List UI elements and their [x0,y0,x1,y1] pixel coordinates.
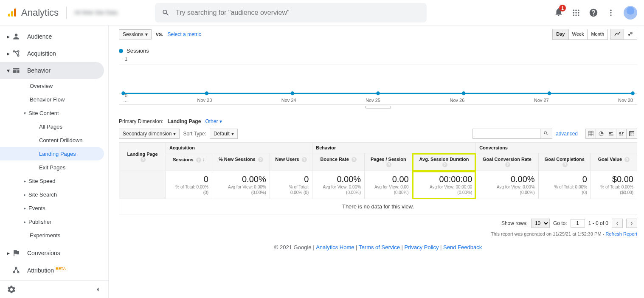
select-metric-link[interactable]: Select a metric [167,31,201,37]
nav-behavior-flow[interactable]: Behavior Flow [0,93,108,106]
acquisition-icon [12,49,20,58]
footer-privacy[interactable]: Privacy Policy [405,244,439,250]
help-icon: ? [386,162,391,167]
x-axis: … Nov 23 Nov 24 Nov 25 Nov 26 Nov 27 Nov… [119,98,637,103]
chart-plot [119,60,637,98]
chart-type-motion[interactable] [624,29,637,39]
line-chart-icon [614,31,620,37]
primary-dimension-other[interactable]: Other ▾ [205,118,222,124]
view-pie[interactable] [596,129,606,138]
analytics-logo-icon [7,8,17,18]
nav-experiments[interactable]: Experiments [0,228,108,242]
nav-audience[interactable]: ▸ Audience [0,28,108,45]
th-new-users[interactable]: New Users ? [270,153,312,171]
granularity-day[interactable]: Day [553,29,568,39]
goto-input[interactable] [571,219,585,228]
nav-publisher[interactable]: ▸Publisher [0,215,108,228]
svg-rect-46 [622,135,623,135]
help-icon: ? [624,157,630,162]
svg-rect-2 [14,8,16,17]
chart-type-line[interactable] [611,29,624,39]
svg-rect-1 [11,11,13,17]
th-gcomp[interactable]: Goal Completions? [538,153,591,171]
primary-dimension-label: Primary Dimension: [119,118,163,124]
chevron-right-icon: ▸ [7,250,12,256]
collapse-icon[interactable] [94,286,101,293]
total-new-users: 0% of Total:0.00% (0) [270,171,312,199]
nav-site-content[interactable]: ▾Site Content [0,106,108,120]
primary-dimension-active[interactable]: Landing Page [168,118,201,124]
view-pivot[interactable] [627,129,637,138]
th-bounce[interactable]: Bounce Rate ? [312,153,365,171]
nav-all-pages[interactable]: All Pages [0,120,108,133]
footer-home[interactable]: Analytics Home [316,244,354,250]
x-tick: … [123,98,128,103]
svg-rect-51 [631,135,632,136]
th-group-acquisition: Acquisition [166,143,312,153]
prev-page-button[interactable]: ‹ [612,219,623,228]
nav-attribution[interactable]: AttributionBETA [0,261,108,278]
svg-point-18 [13,271,14,273]
nav-site-search[interactable]: ▸Site Search [0,188,108,201]
footer-feedback[interactable]: Send Feedback [443,244,482,250]
search-icon [162,8,170,17]
th-landing-page[interactable]: Landing Page? [119,143,166,171]
x-tick: Nov 26 [450,98,464,103]
nav-exit-pages[interactable]: Exit Pages [0,160,108,174]
notifications-button[interactable]: 1 [554,7,563,18]
th-asd[interactable]: Avg. Session Duration? [412,153,476,171]
vs-label: VS. [156,32,163,37]
refresh-report-link[interactable]: Refresh Report [605,231,637,236]
sort-type-selector[interactable]: Default ▾ [210,129,238,139]
help-icon[interactable] [589,8,598,17]
svg-rect-50 [633,133,634,134]
apps-icon[interactable] [572,8,580,17]
account-selector[interactable]: All Web Site Data [74,5,151,20]
table-filter-input[interactable] [472,129,540,139]
next-page-button[interactable]: › [626,219,637,228]
footer-tos[interactable]: Terms of Service [359,244,400,250]
nav-acquisition[interactable]: ▸ Acquisition [0,45,108,62]
nav-conversions[interactable]: ▸ Conversions [0,245,108,261]
chart-type-selector [610,29,637,40]
view-table[interactable] [586,129,596,138]
y-tick-1: 1 [125,56,127,62]
view-comparison[interactable] [616,129,627,138]
user-avatar[interactable] [624,6,637,20]
nav-events[interactable]: ▸Events [0,201,108,215]
search-input[interactable] [176,9,420,17]
th-new-sessions[interactable]: % New Sessions ? [212,153,270,171]
svg-rect-41 [619,132,621,133]
timeline-handle[interactable] [366,106,391,108]
notification-badge: 1 [559,5,566,11]
metric-selector[interactable]: Sessions ▾ [119,29,152,39]
gear-icon[interactable] [7,285,16,294]
th-group-behavior: Behavior [312,143,476,153]
nav-content-drilldown[interactable]: Content Drilldown [0,133,108,147]
product-logo[interactable]: Analytics [7,7,59,18]
view-bar[interactable] [606,129,616,138]
nav-landing-pages[interactable]: Landing Pages [0,147,104,160]
x-tick: Nov 24 [281,98,296,103]
th-sessions[interactable]: Sessions ? ↓ [166,153,212,171]
chevron-left-icon: ‹ [616,220,618,226]
granularity-month[interactable]: Month [588,29,607,39]
svg-rect-49 [631,133,632,134]
more-vert-icon[interactable] [607,8,615,17]
table-filter-button[interactable] [540,129,552,139]
th-gval[interactable]: Goal Value ? [591,153,637,171]
motion-chart-icon [627,31,633,37]
show-rows-select[interactable]: 10 [531,219,550,228]
advanced-filter-link[interactable]: advanced [556,131,578,137]
total-gcomp: 0% of Total: 0.00%(0) [538,171,591,199]
nav-overview[interactable]: Overview [0,79,108,93]
th-gcr[interactable]: Goal Conversion Rate? [476,153,538,171]
app-header: Analytics All Web Site Data 1 [0,0,644,25]
secondary-dimension-button[interactable]: Secondary dimension ▾ [119,129,180,139]
nav-behavior[interactable]: ▾ Behavior [0,62,104,79]
search-bar[interactable] [155,3,427,22]
granularity-week[interactable]: Week [569,29,588,39]
svg-rect-45 [619,135,622,135]
nav-site-speed[interactable]: ▸Site Speed [0,174,108,188]
th-pps[interactable]: Pages / Session? [365,153,413,171]
